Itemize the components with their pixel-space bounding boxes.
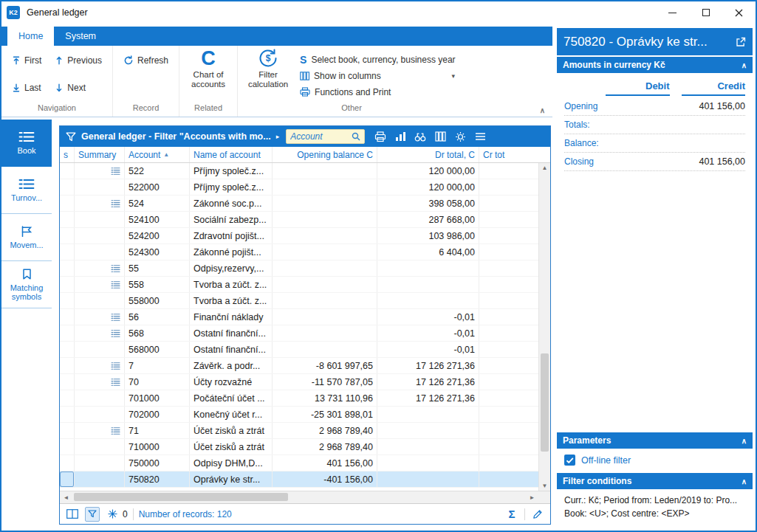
chevron-up-icon[interactable]: ∧ [741, 477, 747, 486]
chevron-up-icon[interactable]: ∧ [741, 437, 747, 445]
cell-s [60, 423, 75, 438]
last-button[interactable]: Last [12, 81, 41, 94]
debit-column-header[interactable]: Debit [606, 80, 670, 96]
previous-button[interactable]: Previous [55, 54, 102, 67]
hscroll-thumb[interactable] [74, 493, 288, 501]
filter-calculation-button[interactable]: $ Filter calculation [242, 46, 294, 103]
credit-column-header[interactable]: Credit [682, 80, 746, 96]
scroll-down-icon[interactable]: ▼ [542, 483, 548, 489]
settings-button[interactable] [453, 129, 467, 144]
sum-button[interactable]: Σ [504, 507, 519, 522]
group-label-other: Other [238, 103, 465, 117]
cell-opening [273, 196, 377, 211]
sidebar-item-book[interactable]: Book [1, 120, 52, 167]
offline-filter-checkbox[interactable] [564, 455, 575, 466]
cell-dr [377, 260, 479, 276]
menu-button[interactable] [473, 129, 487, 144]
table-row[interactable]: 558 Tvorba a zúčt. z... [60, 277, 538, 293]
find-button[interactable] [413, 129, 428, 144]
ribbon-collapse-button[interactable]: ∧ [540, 106, 545, 114]
table-row[interactable]: 558000 Tvorba a zúčt. z... [60, 293, 538, 309]
vertical-scrollbar[interactable]: ▲ ▼ [538, 163, 550, 491]
chevron-down-icon[interactable]: ▾ [452, 72, 456, 80]
print-button[interactable] [373, 129, 388, 144]
cell-dr: 17 126 271,36 [377, 374, 479, 390]
select-book-button[interactable]: S Select book, currency, business year [300, 52, 455, 66]
scroll-left-icon[interactable]: ◄ [60, 494, 72, 501]
table-row[interactable]: 710000 Účet zisků a ztrát 2 968 789,40 [60, 439, 538, 455]
sidebar-item-turnovers[interactable]: Turnov... [1, 167, 52, 214]
first-button[interactable]: First [12, 54, 41, 67]
next-button[interactable]: Next [55, 81, 102, 94]
scroll-right-icon[interactable]: ► [526, 494, 538, 501]
column-header-s[interactable]: s [60, 147, 75, 162]
table-row[interactable]: 522000 Příjmy společ.z... 120 000,00 [60, 179, 538, 196]
snowflake-icon [108, 509, 117, 519]
table-row[interactable]: 55 Odpisy,rezervy,... [60, 260, 538, 277]
chevron-up-icon[interactable]: ∧ [741, 61, 747, 69]
functions-print-button[interactable]: Functions and Print [300, 85, 455, 99]
tab-home[interactable]: Home [7, 27, 54, 46]
show-in-columns-button[interactable]: Show in columns ▾ [300, 69, 455, 83]
columns-button[interactable] [433, 129, 448, 144]
panes-button[interactable] [65, 507, 80, 522]
table-row[interactable]: 750000 Odpisy DHM,D... 401 156,00 [60, 455, 538, 471]
table-row[interactable]: 701000 Počáteční účet ... 13 731 110,96 … [60, 390, 538, 407]
caret-right-icon[interactable]: ▸ [276, 133, 280, 140]
parameters-section-header[interactable]: Parameters ∧ [557, 432, 753, 449]
table-row[interactable]: 524 Zákonné soc.p... 398 058,00 [60, 196, 538, 212]
table-row[interactable]: 524300 Zákonné pojišt... 6 404,00 [60, 244, 538, 260]
sidebar-item-matching-symbols[interactable]: Matching symbols [1, 261, 52, 308]
cell-name: Závěrk. a podr... [190, 358, 273, 373]
scroll-up-icon[interactable]: ▲ [542, 165, 548, 171]
tab-system[interactable]: System [54, 27, 107, 46]
vscroll-thumb[interactable] [541, 353, 549, 452]
refresh-button[interactable]: Refresh [123, 54, 168, 67]
close-button[interactable] [722, 1, 756, 24]
list-icon [18, 131, 35, 142]
cell-cr [479, 244, 538, 260]
cell-summary [75, 358, 125, 373]
table-row[interactable]: 524100 Sociální zabezp... 287 668,00 [60, 212, 538, 228]
refresh-icon [123, 55, 134, 66]
maximize-button[interactable] [689, 1, 722, 24]
open-in-window-icon[interactable] [736, 37, 746, 47]
table-row[interactable]: 70 Účty rozvažné -11 570 787,05 17 126 2… [60, 374, 538, 390]
column-header-summary[interactable]: Summary [75, 147, 125, 162]
column-header-cr[interactable]: Cr tot [479, 147, 550, 162]
filter-condition-line: Curr.: Kč; Period from: Leden/2019 to: P… [564, 494, 745, 507]
table-row[interactable]: 568 Ostatní finanční... -0,01 [60, 325, 538, 342]
amounts-section-header[interactable]: Amounts in currency Kč ∧ [557, 57, 753, 73]
hscroll-track[interactable] [72, 491, 526, 503]
column-header-dr[interactable]: Dr total, C [377, 147, 479, 162]
table-row[interactable]: 56 Finanční náklady -0,01 [60, 309, 538, 325]
freeze-button[interactable] [105, 507, 120, 522]
table-row[interactable]: 750820 Oprávky ke str... -401 156,00 [60, 471, 538, 488]
filter-conditions-section-header[interactable]: Filter conditions ∧ [557, 473, 753, 489]
cell-dr: 120 000,00 [377, 163, 479, 179]
column-header-account[interactable]: Account▲ [125, 147, 190, 162]
table-row[interactable]: 568000 Ostatní finanční... -0,01 [60, 342, 538, 358]
chart-of-accounts-button[interactable]: C Chart of accounts [182, 46, 234, 103]
summary-icon [111, 426, 120, 435]
account-search-input[interactable] [290, 131, 349, 142]
cell-opening [273, 228, 377, 243]
horizontal-scrollbar[interactable]: ◄ ► [60, 491, 550, 503]
column-header-name[interactable]: Name of account [190, 147, 273, 162]
table-row[interactable]: 702000 Konečný účet r... -25 301 898,01 [60, 407, 538, 423]
table-row[interactable]: 71 Účet zisků a ztrát 2 968 789,40 [60, 423, 538, 439]
table-row[interactable]: 7 Závěrk. a podr... -8 601 997,65 17 126… [60, 358, 538, 374]
grid-statusbar: 0 Number of records: 120 Σ [60, 503, 550, 524]
column-header-opening[interactable]: Opening balance C [273, 147, 377, 162]
select-book-icon: S [300, 54, 306, 66]
table-row[interactable]: 524200 Zdravotní pojišt... 103 986,00 [60, 228, 538, 244]
cell-dr: 103 986,00 [377, 228, 479, 243]
sidebar-item-movements[interactable]: Movem... [1, 214, 52, 261]
chart-button[interactable] [393, 129, 408, 144]
filter-toggle-button[interactable] [85, 507, 100, 522]
cell-cr [479, 179, 538, 195]
table-row[interactable]: 522 Příjmy společ.z... 120 000,00 [60, 163, 538, 179]
edit-button[interactable] [530, 507, 545, 522]
cell-cr [479, 196, 538, 211]
minimize-button[interactable] [656, 1, 689, 24]
